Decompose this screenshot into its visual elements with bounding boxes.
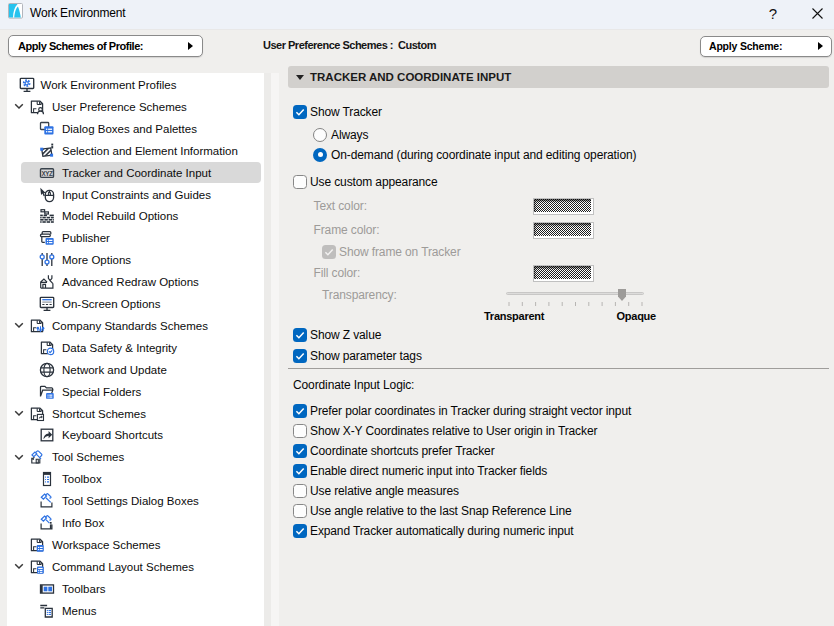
svg-text:XYZ: XYZ bbox=[41, 169, 53, 176]
